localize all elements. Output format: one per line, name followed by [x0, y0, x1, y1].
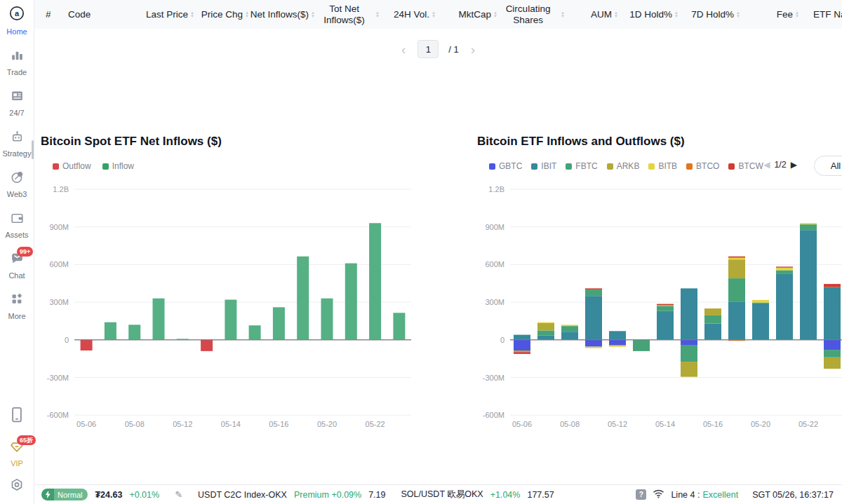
- legend-label: Inflow: [112, 161, 134, 171]
- clock-label: SGT 05/26, 16:37:17: [752, 490, 834, 500]
- svg-text:-300M: -300M: [483, 374, 504, 382]
- news-icon: [10, 88, 25, 106]
- prev-page-icon[interactable]: ‹: [399, 43, 408, 56]
- svg-text:05-22: 05-22: [366, 420, 385, 428]
- legend-item-arkb[interactable]: ARKB: [607, 161, 640, 171]
- legend-label: BTCO: [696, 161, 719, 171]
- svg-text:05-16: 05-16: [703, 420, 723, 428]
- gear-icon: [9, 477, 25, 496]
- premium-index: 7.19: [368, 490, 385, 500]
- sidebar-item-vip[interactable]: 65折 VIP: [0, 440, 34, 468]
- premium-value: Premium +0.09%: [294, 490, 361, 500]
- legend-label: GBTC: [499, 161, 522, 171]
- legend-label: Outflow: [62, 161, 91, 171]
- legend-label: ARKB: [617, 161, 640, 171]
- chart-legend: OutflowInflow: [41, 160, 414, 172]
- sidebar-item-label: Web3: [7, 190, 27, 198]
- column-label: 24H Vol.: [394, 9, 429, 20]
- svg-text:05-20: 05-20: [751, 420, 770, 428]
- usdt-change: +0.01%: [129, 490, 159, 500]
- sidebar-item-label: More: [8, 312, 25, 320]
- legend-item-outflow[interactable]: Outflow: [53, 161, 91, 171]
- net-inflows-chart: Bitcoin Spot ETF Net Inflows ($) Outflow…: [41, 135, 414, 432]
- column-header-price-chg[interactable]: Price Chg▲▼: [194, 0, 249, 29]
- okx-logo-icon: a: [8, 5, 25, 25]
- sidebar-item-mobile-app[interactable]: [0, 406, 34, 427]
- chart-legend: GBTCIBITFBTCARKBBITBBTCOBTCW ◀ 1/2 ▶ All: [477, 160, 842, 172]
- column-header-aum[interactable]: AUM▲▼: [565, 0, 618, 29]
- etf-table-header: #CodeLast Price▲▼Price Chg▲▼Net Inflows(…: [34, 0, 842, 29]
- column-header-fee[interactable]: Fee▲▼: [740, 0, 799, 29]
- network-health-badge[interactable]: Normal: [41, 489, 88, 500]
- health-label: Normal: [54, 489, 88, 500]
- svg-text:05-08: 05-08: [125, 420, 145, 428]
- sidebar-item-strategy[interactable]: Strategy: [0, 129, 34, 158]
- pair-name[interactable]: SOL/USDT 欧易OKX: [401, 489, 483, 500]
- sidebar-item-chat[interactable]: 99+ Chat: [0, 251, 34, 280]
- svg-text:05-14: 05-14: [655, 420, 675, 428]
- column-header-1d-hold-[interactable]: 1D Hold%▲▼: [618, 0, 679, 29]
- inflows-outflows-chart-canvas[interactable]: 1.2B900M600M300M0-300M-600M05-0605-0805-…: [477, 182, 842, 432]
- svg-text:900M: 900M: [485, 223, 504, 231]
- svg-text:-600M: -600M: [483, 411, 504, 419]
- column-label: Last Price: [146, 9, 188, 20]
- svg-text:600M: 600M: [485, 260, 504, 268]
- column-header-code: Code: [57, 0, 127, 29]
- bar-chart-icon: [10, 48, 25, 65]
- sidebar-item-label: Assets: [5, 231, 28, 239]
- sidebar-item-label: 24/7: [9, 109, 24, 117]
- sidebar-item-web3[interactable]: Web3: [0, 170, 34, 198]
- chart-title: Bitcoin ETF Inflows and Outflows ($): [477, 135, 842, 150]
- legend-item-inflow[interactable]: Inflow: [102, 161, 134, 171]
- legend-item-btcw[interactable]: BTCW: [728, 161, 763, 171]
- column-header-last-price[interactable]: Last Price▲▼: [127, 0, 194, 29]
- column-header-mktcap[interactable]: MktCap▲▼: [436, 0, 497, 29]
- svg-text:300M: 300M: [49, 298, 69, 306]
- column-label: MktCap: [459, 9, 492, 20]
- index-name[interactable]: USDT C2C Index-OKX: [198, 490, 287, 500]
- svg-text:05-22: 05-22: [798, 420, 818, 428]
- column-header-7d-hold-[interactable]: 7D Hold%▲▼: [679, 0, 740, 29]
- all-funds-button[interactable]: All: [814, 156, 842, 176]
- legend-swatch: [53, 163, 59, 170]
- web3-globe-icon: [10, 170, 25, 187]
- pair-price: 177.57: [527, 490, 554, 500]
- svg-text:900M: 900M: [49, 223, 69, 231]
- column-header-24h-vol-[interactable]: 24H Vol.▲▼: [380, 0, 436, 29]
- legend-swatch: [531, 163, 537, 170]
- column-header-circulating-shares[interactable]: Circulating Shares▲▼: [497, 0, 565, 29]
- svg-text:05-16: 05-16: [269, 420, 288, 428]
- svg-text:-600M: -600M: [47, 411, 69, 419]
- legend-item-fbtc[interactable]: FBTC: [566, 161, 597, 171]
- legend-next-icon[interactable]: ▶: [791, 161, 797, 169]
- legend-pager: ◀ 1/2 ▶: [763, 160, 797, 170]
- sidebar-item-settings[interactable]: [0, 477, 34, 496]
- usdt-price: ₮24.63: [95, 490, 122, 500]
- page-number-input[interactable]: 1: [417, 40, 439, 58]
- legend-item-ibit[interactable]: IBIT: [531, 161, 556, 171]
- chart-title: Bitcoin Spot ETF Net Inflows ($): [41, 135, 414, 150]
- sidebar-item-assets[interactable]: Assets: [0, 210, 34, 239]
- column-label: Code: [68, 9, 91, 20]
- sidebar-item-home[interactable]: a Home: [0, 5, 34, 36]
- line-label[interactable]: Line 4 :: [671, 490, 700, 500]
- column-header-net-inflows-[interactable]: Net Inflows($)▲▼: [249, 0, 315, 29]
- legend-swatch: [102, 163, 109, 170]
- help-icon[interactable]: ?: [636, 489, 646, 500]
- main-content: #CodeLast Price▲▼Price Chg▲▼Net Inflows(…: [34, 0, 842, 504]
- lightning-icon: [41, 489, 54, 500]
- sidebar-item-trade[interactable]: Trade: [0, 48, 34, 76]
- legend-item-bitb[interactable]: BITB: [648, 161, 677, 171]
- legend-item-gbtc[interactable]: GBTC: [489, 161, 522, 171]
- sidebar-item-24-7[interactable]: 24/7: [0, 88, 34, 117]
- net-inflows-chart-canvas[interactable]: 1.2B900M600M300M0-300M-600M05-0605-0805-…: [41, 182, 414, 432]
- sidebar-scrollbar-thumb[interactable]: [32, 140, 34, 159]
- svg-text:600M: 600M: [49, 260, 69, 268]
- legend-prev-icon[interactable]: ◀: [763, 161, 770, 169]
- legend-item-btco[interactable]: BTCO: [686, 161, 719, 171]
- pencil-icon[interactable]: ✎: [175, 489, 182, 500]
- column-header-tot-net-inflows-[interactable]: Tot Net Inflows($)▲▼: [315, 0, 380, 29]
- sidebar-item-more[interactable]: More: [0, 292, 34, 320]
- next-page-icon[interactable]: ›: [469, 43, 477, 56]
- page-total-label: / 1: [448, 44, 458, 55]
